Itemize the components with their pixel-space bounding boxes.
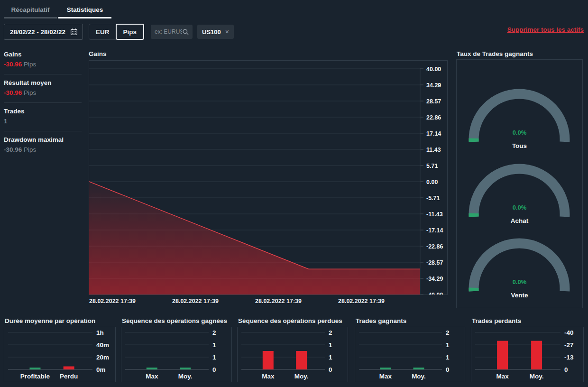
svg-text:1: 1: [446, 341, 450, 349]
svg-text:0: 0: [446, 366, 450, 373]
statistics-page: Récapitulatif Statistiques 28/02/22 - 28…: [0, 0, 588, 387]
svg-text:Perdu: Perdu: [60, 373, 78, 380]
svg-text:0m: 0m: [96, 366, 106, 373]
gains-x-tick: 28.02.2022 17:39: [255, 298, 302, 304]
mini-chart: -40-27-130MaxMoy.: [471, 327, 584, 382]
mini-chart-title: Durée moyenne par opération: [5, 317, 95, 324]
mini-chart-plot: 1h40m20m0mProfitablePerdu: [4, 327, 115, 382]
unit-toggle: EUR Pips: [89, 24, 144, 40]
svg-text:-34.29: -34.29: [426, 276, 443, 282]
svg-text:17.14: 17.14: [426, 130, 441, 137]
svg-text:-5.71: -5.71: [426, 195, 440, 202]
stat-unit: Pips: [22, 146, 36, 153]
mini-chart-plot: 2110MaxMoy.: [355, 327, 465, 382]
calendar-icon: [70, 28, 78, 36]
tab-bar: Récapitulatif Statistiques: [4, 2, 111, 18]
win-rate-title: Taux de Trades gagnants: [457, 50, 533, 57]
stat-number: 1: [4, 118, 8, 125]
gauge-value: 0.0%: [457, 204, 582, 211]
date-range-value: 28/02/22 - 28/02/22: [10, 28, 65, 36]
svg-text:-13: -13: [564, 354, 574, 361]
svg-text:Max: Max: [379, 373, 392, 380]
eur-button[interactable]: EUR: [89, 24, 116, 39]
stat-value: -30.96 Pips: [4, 146, 82, 153]
mini-chart-title: Séquence des opérations gagnées: [122, 317, 227, 324]
svg-text:-27: -27: [564, 341, 574, 349]
svg-text:-40.00: -40.00: [426, 292, 443, 295]
gains-x-tick: 28.02.2022 17:39: [89, 298, 136, 304]
asset-tag-label: US100: [202, 28, 221, 36]
svg-text:0: 0: [329, 366, 332, 373]
stat-number: -30.96: [4, 61, 22, 68]
stat-number: -30.96: [4, 146, 22, 153]
stat-item: Gains-30.96 Pips: [4, 46, 82, 74]
svg-text:-11.43: -11.43: [426, 211, 443, 218]
gauge-arc-tous: [465, 88, 574, 145]
svg-text:Moy.: Moy.: [294, 373, 309, 380]
stat-value: -30.96 Pips: [4, 89, 82, 96]
gauge-arc-vente: [465, 238, 574, 295]
svg-text:40m: 40m: [96, 341, 109, 349]
svg-text:-28.57: -28.57: [426, 259, 443, 266]
asset-search[interactable]: [151, 25, 193, 39]
svg-text:-22.86: -22.86: [426, 243, 443, 250]
svg-text:0: 0: [564, 366, 568, 373]
mini-chart: 2110MaxMoy.: [121, 327, 232, 382]
svg-text:Moy.: Moy.: [178, 373, 193, 380]
svg-text:5.71: 5.71: [426, 163, 438, 169]
gauge-value: 0.0%: [457, 278, 582, 286]
remove-all-assets-link[interactable]: Supprimer tous les actifs: [507, 26, 584, 33]
svg-text:1: 1: [446, 354, 450, 361]
mini-chart-title: Trades gagnants: [356, 317, 406, 324]
stat-item: Trades1: [4, 103, 82, 131]
svg-text:22.86: 22.86: [426, 114, 441, 121]
svg-text:1: 1: [329, 354, 332, 361]
svg-text:28.57: 28.57: [426, 98, 441, 105]
mini-chart-plot: 2110MaxMoy.: [121, 327, 231, 382]
svg-text:-17.14: -17.14: [426, 227, 443, 234]
gauge-arc-achat: [465, 163, 574, 220]
svg-text:1: 1: [212, 341, 216, 349]
svg-text:Moy.: Moy.: [530, 373, 544, 380]
mini-chart-plot: 2110MaxMoy.: [238, 327, 348, 382]
stat-value: -30.96 Pips: [4, 61, 82, 68]
svg-text:1: 1: [329, 341, 332, 349]
svg-text:Profitable: Profitable: [20, 373, 50, 380]
pips-button[interactable]: Pips: [116, 24, 145, 40]
stats-sidebar: Gains-30.96 PipsRésultat moyen-30.96 Pip…: [4, 46, 82, 159]
mini-chart-title: Séquence des opérations perdues: [238, 317, 342, 324]
gauge-label: Achat: [457, 217, 582, 224]
remove-asset-icon[interactable]: ×: [225, 28, 229, 35]
svg-text:34.29: 34.29: [426, 82, 441, 89]
stat-label: Drawdown maximal: [4, 136, 82, 143]
svg-text:0.00: 0.00: [426, 179, 438, 185]
gains-plot: 40.0034.2928.5722.8617.1411.435.710.00-5…: [89, 61, 447, 295]
mini-chart: 1h40m20m0mProfitablePerdu: [4, 327, 116, 382]
svg-text:1h: 1h: [96, 329, 104, 336]
mini-chart-title: Trades perdants: [472, 317, 521, 324]
date-range-picker[interactable]: 28/02/22 - 28/02/22: [4, 24, 83, 40]
tab-recapitulatif[interactable]: Récapitulatif: [4, 2, 57, 18]
stat-value: 1: [4, 118, 82, 125]
svg-text:20m: 20m: [96, 354, 109, 361]
asset-search-input[interactable]: [155, 28, 182, 35]
svg-text:-40: -40: [564, 329, 574, 336]
svg-text:2: 2: [212, 329, 216, 336]
svg-text:2: 2: [446, 329, 450, 336]
search-icon: [182, 28, 189, 36]
gains-x-tick: 28.02.2022 17:39: [172, 298, 219, 304]
win-rate-gauges: 0.0%Tous0.0%Achat0.0%Vente: [456, 59, 583, 308]
mini-chart-plot: -40-27-130MaxMoy.: [471, 327, 583, 382]
stat-item: Résultat moyen-30.96 Pips: [4, 74, 82, 103]
svg-text:Moy.: Moy.: [412, 373, 426, 380]
stat-number: -30.96: [4, 89, 22, 96]
tab-statistiques[interactable]: Statistiques: [58, 2, 111, 18]
gains-chart-x-axis: 28.02.2022 17:3928.02.2022 17:3928.02.20…: [89, 298, 448, 305]
asset-tag-us100[interactable]: US100 ×: [197, 25, 234, 39]
gains-chart: 40.0034.2928.5722.8617.1411.435.710.00-5…: [89, 60, 448, 295]
gauge-label: Vente: [457, 292, 582, 299]
stat-item: Drawdown maximal-30.96 Pips: [4, 131, 82, 159]
svg-text:0: 0: [212, 366, 216, 373]
svg-text:11.43: 11.43: [426, 147, 441, 153]
stat-label: Résultat moyen: [4, 79, 82, 86]
